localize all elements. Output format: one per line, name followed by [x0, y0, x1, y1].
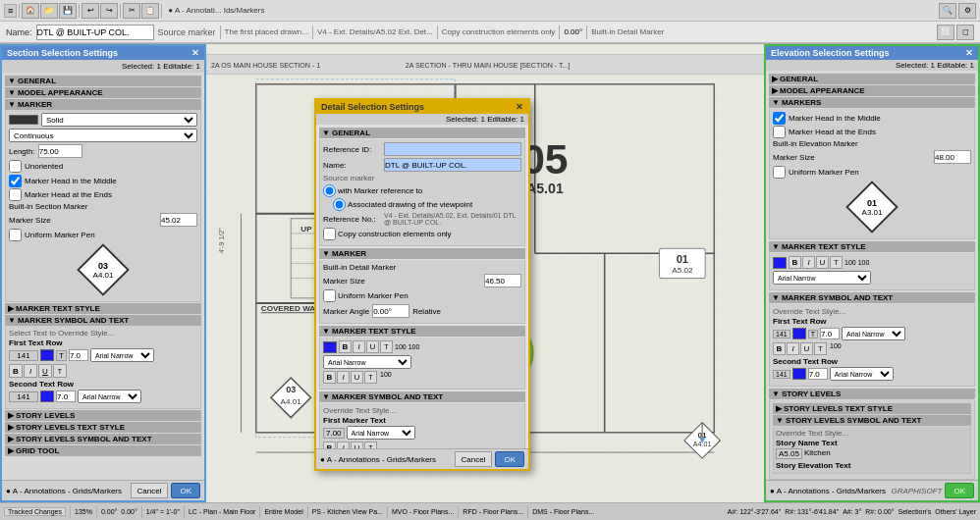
rp-head-ends-cb[interactable] — [773, 126, 786, 138]
rp-underline-btn[interactable]: U — [816, 256, 829, 269]
detail-with-marker-cb[interactable] — [323, 184, 336, 197]
detail-angle-input[interactable] — [372, 304, 409, 318]
unoriented-cb[interactable] — [9, 160, 22, 173]
d2-underline[interactable]: U — [351, 371, 363, 384]
general-collapse[interactable]: ▼ GENERAL — [5, 76, 201, 86]
marker-head-middle-cb[interactable] — [9, 175, 22, 187]
rp2-italic[interactable]: I — [787, 342, 799, 355]
right-toolbar-btn1[interactable]: ⬜ — [937, 25, 954, 40]
rp-general-collapse[interactable]: ▶ GENERAL — [769, 74, 975, 84]
story-levels-collapse[interactable]: ▶ STORY LEVELS — [5, 410, 201, 421]
grid-tool-collapse[interactable]: ▶ GRID TOOL — [5, 445, 201, 456]
first-row-size[interactable] — [69, 349, 88, 361]
length-input[interactable] — [38, 144, 82, 158]
marker-symbol-text-collapse[interactable]: ▼ MARKER SYMBOL AND TEXT — [5, 315, 201, 326]
rp2-underline[interactable]: U — [800, 342, 813, 355]
rp-story-st-collapse[interactable]: ▼ STORY LEVELS SYMBOL AND TEXT — [773, 415, 971, 426]
d2-t[interactable]: T — [364, 371, 377, 384]
toolbar-btn-6[interactable]: ✂ — [123, 3, 140, 19]
d3-underline[interactable]: U — [351, 442, 363, 448]
rp-head-middle-cb[interactable] — [773, 112, 786, 125]
toolbar-btn-1[interactable]: 🏠 — [22, 3, 39, 19]
rp-italic-btn[interactable]: I — [802, 256, 815, 269]
d3-italic[interactable]: I — [337, 442, 350, 448]
toolbar-btn-4[interactable]: ↩ — [82, 3, 99, 19]
rp-second-size[interactable] — [808, 368, 828, 380]
rp-override-text[interactable]: Override Text Style... — [773, 307, 971, 316]
rp-model-collapse[interactable]: ▶ MODEL APPEARANCE — [769, 85, 975, 96]
uniform-pen-cb[interactable] — [9, 229, 22, 241]
rp-markers-collapse[interactable]: ▼ MARKERS — [769, 97, 975, 108]
solid-dropdown[interactable]: Solid — [41, 113, 197, 127]
copy-elements-cb[interactable] — [323, 228, 336, 240]
detail-override-text[interactable]: Override Text Style... — [323, 406, 521, 415]
rp-color-swatch[interactable] — [773, 257, 787, 269]
right-panel-close-icon[interactable]: ✕ — [965, 48, 973, 58]
d2-bold[interactable]: B — [323, 371, 336, 384]
detail-uniform-pen-cb[interactable] — [323, 289, 336, 302]
toolbar-btn-3[interactable]: 💾 — [59, 3, 77, 19]
first-row-font[interactable]: Arial Narrow — [90, 348, 154, 362]
rp-mts-collapse[interactable]: ▼ MARKER TEXT STYLE — [769, 241, 975, 252]
rp-story-ts-collapse[interactable]: ▶ STORY LEVELS TEXT STYLE — [773, 403, 971, 414]
underline-btn[interactable]: U — [38, 364, 52, 378]
rp-second-color[interactable] — [792, 368, 806, 380]
model-appearance-collapse[interactable]: ▼ MODEL APPEARANCE — [5, 87, 201, 98]
rp-font-sel[interactable]: Arial Narrow — [773, 271, 871, 285]
first-row-color[interactable] — [40, 349, 54, 361]
marker-size-input[interactable] — [160, 213, 197, 227]
second-row-font[interactable]: Arial Narrow — [78, 390, 141, 403]
rp-mst-collapse[interactable]: ▼ MARKER SYMBOL AND TEXT — [769, 292, 975, 303]
detail-size-input[interactable] — [484, 274, 521, 287]
detail-cancel-btn[interactable]: Cancel — [455, 451, 493, 467]
rp-ok-btn[interactable]: OK — [945, 483, 974, 498]
d2-italic[interactable]: I — [337, 371, 350, 384]
detail-bold-btn[interactable]: B — [339, 340, 352, 353]
italic-btn[interactable]: I — [24, 364, 37, 378]
detail-font-sel[interactable]: Arial Narrow — [323, 355, 411, 369]
toolbar-btn-5[interactable]: ↪ — [100, 3, 118, 19]
toolbar-btn-2[interactable]: 📁 — [40, 3, 58, 19]
rp-t-btn[interactable]: T — [830, 256, 843, 269]
detail-color-swatch[interactable] — [323, 341, 337, 353]
second-row-size[interactable] — [56, 390, 76, 402]
detail-ok-btn[interactable]: OK — [495, 451, 524, 467]
ref-id-input[interactable] — [384, 142, 521, 156]
d3-t[interactable]: T — [364, 442, 377, 448]
marker-head-ends-cb[interactable] — [9, 188, 22, 201]
detail-t-btn[interactable]: T — [380, 340, 393, 353]
detail-first-font[interactable]: Arial Narrow — [347, 426, 415, 440]
d3-bold[interactable]: B — [323, 442, 336, 448]
rp-uniform-pen-cb[interactable] — [773, 166, 786, 179]
menu-icon[interactable]: ≡ — [4, 4, 17, 18]
detail-mts-collapse[interactable]: ▼ MARKER TEXT STYLE — [319, 326, 525, 337]
right-toolbar-btn2[interactable]: ◻ — [956, 25, 974, 40]
detail-viewpoint-rb[interactable] — [333, 198, 346, 211]
rp-size-input[interactable] — [934, 150, 971, 164]
story-symbol-text-collapse[interactable]: ▶ STORY LEVELS SYMBOL AND TEXT — [5, 434, 201, 444]
second-row-color[interactable] — [40, 390, 54, 402]
section-close-icon[interactable]: ✕ — [191, 48, 199, 58]
detail-name-input[interactable] — [384, 158, 521, 172]
rp-story-levels-collapse[interactable]: ▼ STORY LEVELS — [769, 389, 975, 399]
bold-btn[interactable]: B — [9, 364, 23, 378]
detail-close-icon[interactable]: ✕ — [516, 102, 523, 112]
rp-first-font[interactable]: Arial Narrow — [842, 327, 905, 340]
continuous-dropdown[interactable]: Continuous — [9, 129, 197, 142]
rp-override-story[interactable]: Override Text Style... — [776, 429, 968, 438]
story-text-style-collapse[interactable]: ▶ STORY LEVELS TEXT STYLE — [5, 422, 201, 433]
section-ok-btn[interactable]: OK — [171, 483, 200, 498]
detail-mst-collapse[interactable]: ▼ MARKER SYMBOL AND TEXT — [319, 391, 525, 402]
detail-general-collapse[interactable]: ▼ GENERAL — [319, 128, 525, 138]
rp-second-font[interactable]: Arial Narrow — [830, 367, 894, 381]
toolbar-right-btn-2[interactable]: ⚙ — [958, 3, 976, 19]
detail-marker-collapse[interactable]: ▼ MARKER — [319, 248, 525, 259]
toolbar-btn-7[interactable]: 📋 — [141, 3, 159, 19]
name-input[interactable] — [36, 25, 154, 40]
toolbar-right-btn-1[interactable]: 🔍 — [939, 3, 956, 19]
detail-italic-btn[interactable]: I — [353, 340, 365, 353]
rp-first-size[interactable] — [820, 328, 840, 339]
superscript-btn[interactable]: T — [53, 364, 67, 378]
marker-text-style-collapse[interactable]: ▶ MARKER TEXT STYLE — [5, 303, 201, 314]
rp-first-color[interactable] — [792, 328, 806, 339]
